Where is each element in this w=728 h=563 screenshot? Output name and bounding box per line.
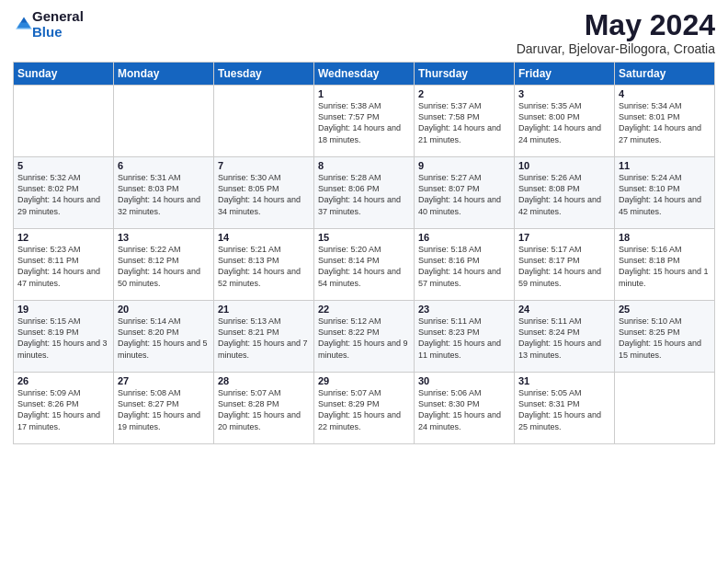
cell-details: Sunrise: 5:34 AMSunset: 8:01 PMDaylight:… [619, 100, 711, 145]
day-number: 5 [17, 160, 109, 171]
calendar-cell: 13Sunrise: 5:22 AMSunset: 8:12 PMDayligh… [114, 229, 214, 301]
calendar-cell: 30Sunrise: 5:06 AMSunset: 8:30 PMDayligh… [415, 373, 515, 444]
col-monday: Monday [114, 63, 214, 86]
calendar-cell: 4Sunrise: 5:34 AMSunset: 8:01 PMDaylight… [615, 86, 715, 157]
calendar-cell: 10Sunrise: 5:26 AMSunset: 8:08 PMDayligh… [515, 157, 615, 229]
day-number: 19 [17, 304, 109, 315]
day-number: 2 [418, 88, 510, 99]
calendar-cell: 24Sunrise: 5:11 AMSunset: 8:24 PMDayligh… [515, 301, 615, 373]
calendar-cell: 23Sunrise: 5:11 AMSunset: 8:23 PMDayligh… [415, 301, 515, 373]
cell-details: Sunrise: 5:08 AMSunset: 8:27 PMDaylight:… [118, 387, 210, 432]
cell-details: Sunrise: 5:12 AMSunset: 8:22 PMDaylight:… [318, 316, 410, 361]
calendar-cell: 6Sunrise: 5:31 AMSunset: 8:03 PMDaylight… [114, 157, 214, 229]
day-number: 23 [418, 304, 510, 315]
cell-details: Sunrise: 5:37 AMSunset: 7:58 PMDaylight:… [418, 100, 510, 145]
calendar-cell: 25Sunrise: 5:10 AMSunset: 8:25 PMDayligh… [615, 301, 715, 373]
day-number: 22 [318, 304, 410, 315]
col-sunday: Sunday [14, 63, 114, 86]
calendar-cell: 17Sunrise: 5:17 AMSunset: 8:17 PMDayligh… [515, 229, 615, 301]
col-thursday: Thursday [415, 63, 515, 86]
col-tuesday: Tuesday [214, 63, 314, 86]
calendar-cell: 31Sunrise: 5:05 AMSunset: 8:31 PMDayligh… [515, 373, 615, 444]
calendar-cell: 21Sunrise: 5:13 AMSunset: 8:21 PMDayligh… [214, 301, 314, 373]
cell-details: Sunrise: 5:13 AMSunset: 8:21 PMDaylight:… [218, 316, 310, 361]
day-number: 18 [619, 232, 711, 243]
day-number: 26 [17, 375, 109, 386]
header-row: Sunday Monday Tuesday Wednesday Thursday… [14, 63, 715, 86]
calendar-week-5: 26Sunrise: 5:09 AMSunset: 8:26 PMDayligh… [14, 373, 715, 444]
cell-details: Sunrise: 5:18 AMSunset: 8:16 PMDaylight:… [418, 244, 510, 289]
calendar-cell: 14Sunrise: 5:21 AMSunset: 8:13 PMDayligh… [214, 229, 314, 301]
day-number: 24 [518, 304, 610, 315]
calendar-cell: 2Sunrise: 5:37 AMSunset: 7:58 PMDaylight… [415, 86, 515, 157]
cell-details: Sunrise: 5:14 AMSunset: 8:20 PMDaylight:… [118, 316, 210, 361]
day-number: 8 [318, 160, 410, 171]
cell-details: Sunrise: 5:30 AMSunset: 8:05 PMDaylight:… [218, 172, 310, 217]
day-number: 6 [118, 160, 210, 171]
day-number: 4 [619, 88, 711, 99]
cell-details: Sunrise: 5:20 AMSunset: 8:14 PMDaylight:… [318, 244, 410, 289]
cell-details: Sunrise: 5:11 AMSunset: 8:24 PMDaylight:… [518, 316, 610, 361]
day-number: 27 [118, 375, 210, 386]
calendar-week-3: 12Sunrise: 5:23 AMSunset: 8:11 PMDayligh… [14, 229, 715, 301]
cell-details: Sunrise: 5:35 AMSunset: 8:00 PMDaylight:… [518, 100, 610, 145]
day-number: 13 [118, 232, 210, 243]
day-number: 20 [118, 304, 210, 315]
calendar-cell: 20Sunrise: 5:14 AMSunset: 8:20 PMDayligh… [114, 301, 214, 373]
calendar-cell: 5Sunrise: 5:32 AMSunset: 8:02 PMDaylight… [14, 157, 114, 229]
calendar-cell: 22Sunrise: 5:12 AMSunset: 8:22 PMDayligh… [314, 301, 415, 373]
calendar-cell [214, 86, 314, 157]
calendar-cell: 12Sunrise: 5:23 AMSunset: 8:11 PMDayligh… [14, 229, 114, 301]
calendar-cell: 3Sunrise: 5:35 AMSunset: 8:00 PMDaylight… [515, 86, 615, 157]
cell-details: Sunrise: 5:07 AMSunset: 8:29 PMDaylight:… [318, 387, 410, 432]
day-number: 15 [318, 232, 410, 243]
calendar-cell: 8Sunrise: 5:28 AMSunset: 8:06 PMDaylight… [314, 157, 415, 229]
cell-details: Sunrise: 5:21 AMSunset: 8:13 PMDaylight:… [218, 244, 310, 289]
logo-area: General Blue [13, 9, 84, 40]
calendar-cell: 28Sunrise: 5:07 AMSunset: 8:28 PMDayligh… [214, 373, 314, 444]
day-number: 1 [318, 88, 410, 99]
calendar-cell: 16Sunrise: 5:18 AMSunset: 8:16 PMDayligh… [415, 229, 515, 301]
day-number: 21 [218, 304, 310, 315]
cell-details: Sunrise: 5:10 AMSunset: 8:25 PMDaylight:… [619, 316, 711, 361]
calendar-body: 1Sunrise: 5:38 AMSunset: 7:57 PMDaylight… [14, 86, 715, 444]
calendar-cell [615, 373, 715, 444]
calendar-cell: 1Sunrise: 5:38 AMSunset: 7:57 PMDaylight… [314, 86, 415, 157]
svg-marker-1 [16, 22, 32, 29]
logo-icon [16, 16, 32, 32]
col-wednesday: Wednesday [314, 63, 415, 86]
day-number: 10 [518, 160, 610, 171]
day-number: 3 [518, 88, 610, 99]
cell-details: Sunrise: 5:22 AMSunset: 8:12 PMDaylight:… [118, 244, 210, 289]
calendar-cell: 27Sunrise: 5:08 AMSunset: 8:27 PMDayligh… [114, 373, 214, 444]
cell-details: Sunrise: 5:28 AMSunset: 8:06 PMDaylight:… [318, 172, 410, 217]
calendar-week-1: 1Sunrise: 5:38 AMSunset: 7:57 PMDaylight… [14, 86, 715, 157]
calendar-cell: 26Sunrise: 5:09 AMSunset: 8:26 PMDayligh… [14, 373, 114, 444]
cell-details: Sunrise: 5:05 AMSunset: 8:31 PMDaylight:… [518, 387, 610, 432]
calendar-cell: 9Sunrise: 5:27 AMSunset: 8:07 PMDaylight… [415, 157, 515, 229]
calendar-cell [114, 86, 214, 157]
day-number: 11 [619, 160, 711, 171]
day-number: 30 [418, 375, 510, 386]
calendar-cell: 19Sunrise: 5:15 AMSunset: 8:19 PMDayligh… [14, 301, 114, 373]
header: General Blue May 2024 Daruvar, Bjelovar-… [13, 9, 715, 56]
calendar-table: Sunday Monday Tuesday Wednesday Thursday… [13, 62, 715, 444]
day-number: 28 [218, 375, 310, 386]
cell-details: Sunrise: 5:17 AMSunset: 8:17 PMDaylight:… [518, 244, 610, 289]
day-number: 17 [518, 232, 610, 243]
cell-details: Sunrise: 5:38 AMSunset: 7:57 PMDaylight:… [318, 100, 410, 145]
calendar-cell: 15Sunrise: 5:20 AMSunset: 8:14 PMDayligh… [314, 229, 415, 301]
cell-details: Sunrise: 5:23 AMSunset: 8:11 PMDaylight:… [17, 244, 109, 289]
cell-details: Sunrise: 5:24 AMSunset: 8:10 PMDaylight:… [619, 172, 711, 217]
col-saturday: Saturday [615, 63, 715, 86]
calendar-week-4: 19Sunrise: 5:15 AMSunset: 8:19 PMDayligh… [14, 301, 715, 373]
calendar-cell: 18Sunrise: 5:16 AMSunset: 8:18 PMDayligh… [615, 229, 715, 301]
calendar-cell: 29Sunrise: 5:07 AMSunset: 8:29 PMDayligh… [314, 373, 415, 444]
day-number: 25 [619, 304, 711, 315]
logo-text: General Blue [32, 9, 84, 40]
title-area: May 2024 Daruvar, Bjelovar-Bilogora, Cro… [517, 9, 715, 56]
calendar-cell [14, 86, 114, 157]
logo-general: General [32, 9, 84, 25]
cell-details: Sunrise: 5:11 AMSunset: 8:23 PMDaylight:… [418, 316, 510, 361]
cell-details: Sunrise: 5:15 AMSunset: 8:19 PMDaylight:… [17, 316, 109, 361]
